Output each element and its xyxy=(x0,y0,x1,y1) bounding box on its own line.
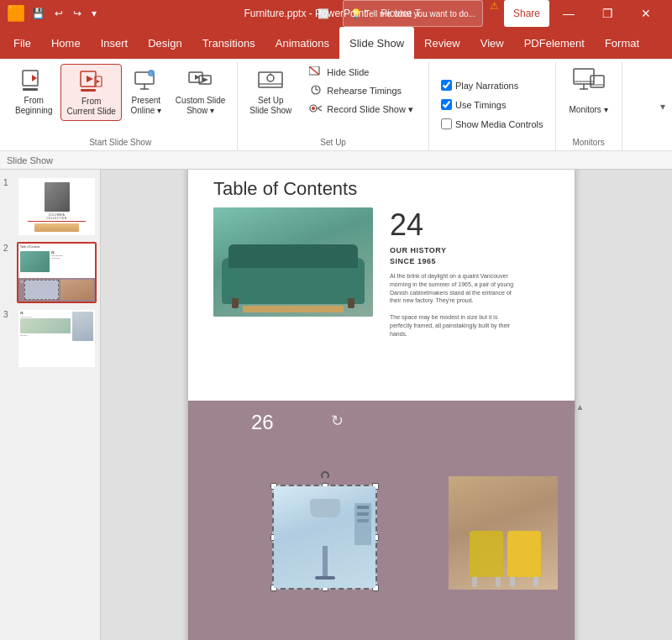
setup-col-options: Hide Slide Rehearse Timings xyxy=(300,64,422,118)
show-media-controls-checkbox[interactable]: Show Media Controls xyxy=(436,117,549,131)
filename-label: Furniture.pptx - PowerPoint xyxy=(244,8,366,19)
menu-pdfelement[interactable]: PDFelement xyxy=(514,27,595,59)
minimize-button[interactable]: — xyxy=(549,0,588,27)
menu-insert[interactable]: Insert xyxy=(91,27,139,59)
ribbon-scroll-button[interactable]: ▾ xyxy=(660,101,665,113)
share-button[interactable]: Share xyxy=(504,0,549,27)
use-timings-input[interactable] xyxy=(441,99,452,110)
record-slide-show-button[interactable]: Record Slide Show ▾ xyxy=(303,101,418,118)
slide-history-num: 24 xyxy=(390,207,423,243)
hide-slide-button[interactable]: Hide Slide xyxy=(303,64,418,81)
slide-img-inner-3: 28 COLLECTIONS Text here... xyxy=(18,310,95,367)
slide-sofa-image xyxy=(213,207,373,317)
menu-format[interactable]: Format xyxy=(595,27,649,59)
ribbon-group-content-start: FromBeginning FromCurrent Slide xyxy=(10,64,230,136)
slide-img-inner-1: COLUMBIACOLLECTION xyxy=(18,178,95,235)
menu-transitions[interactable]: Transitions xyxy=(192,27,265,59)
custom-slide-show-label: Custom SlideShow ▾ xyxy=(176,96,225,116)
slide-editor[interactable]: Table of Contents 24 OUR HISTORYSINCE 19… xyxy=(188,170,575,640)
rehearse-icon xyxy=(308,84,323,97)
record-icon xyxy=(308,102,323,116)
picture-tools-label: Picture T... xyxy=(381,8,428,19)
monitors-label: Monitors ▾ xyxy=(570,105,608,115)
vertical-scrollbar[interactable]: ▲ xyxy=(575,399,585,412)
refresh-icon: ↻ xyxy=(331,412,344,430)
slide-img-inner-2: Table of Contents 24 OUR HISTORY At the … xyxy=(18,244,95,301)
lamp-image xyxy=(274,486,375,588)
chair-image xyxy=(449,476,558,590)
svg-marker-1 xyxy=(32,75,37,81)
maximize-button[interactable]: ❐ xyxy=(588,0,627,27)
custom-slide-show-button[interactable]: Custom SlideShow ▾ xyxy=(171,64,230,119)
title-bar-center: Furniture.pptx - PowerPoint Picture T... xyxy=(244,8,428,19)
svg-line-22 xyxy=(309,66,319,75)
ribbon-group-content-monitors: Monitors ▾ xyxy=(563,64,615,136)
from-beginning-button[interactable]: FromBeginning xyxy=(10,64,57,119)
menu-design[interactable]: Design xyxy=(138,27,192,59)
menu-file[interactable]: File xyxy=(3,27,41,59)
undo-button[interactable]: ↩ xyxy=(51,6,66,21)
play-narrations-input[interactable] xyxy=(441,80,452,91)
from-current-slide-label: FromCurrent Slide xyxy=(66,97,115,117)
powerpoint-icon: 🟧 xyxy=(7,4,25,23)
present-online-label: PresentOnline ▾ xyxy=(131,96,162,116)
ribbon-group-content-setup: Set UpSlide Show Hide Slide xyxy=(244,64,422,136)
title-bar: 🟧 💾 ↩ ↪ ▾ Furniture.pptx - PowerPoint Pi… xyxy=(0,0,672,27)
monitors-button[interactable]: Monitors ▾ xyxy=(563,64,615,118)
group-options-label xyxy=(436,145,549,150)
from-beginning-label: FromBeginning xyxy=(15,96,52,116)
hide-slide-label: Hide Slide xyxy=(327,67,369,77)
rotate-handle[interactable] xyxy=(321,471,329,480)
svg-marker-4 xyxy=(87,76,93,82)
ribbon-group-monitors: Monitors ▾ Monitors xyxy=(556,62,622,150)
slide-selected-image[interactable] xyxy=(272,485,377,590)
subtitle-bar: Slide Show xyxy=(0,151,672,170)
main-content: 1 COLUMBIACOLLECTION 2 Table of Co xyxy=(0,170,672,640)
slide-thumb-1[interactable]: 1 COLUMBIACOLLECTION xyxy=(3,176,97,237)
svg-text:↑: ↑ xyxy=(150,71,152,76)
slide-img-3[interactable]: 28 COLLECTIONS Text here... xyxy=(17,308,97,369)
close-button[interactable]: ✕ xyxy=(627,0,665,27)
rehearse-timings-button[interactable]: Rehearse Timings xyxy=(303,82,418,99)
from-current-slide-button[interactable]: FromCurrent Slide xyxy=(60,64,121,121)
menu-slideshow[interactable]: Slide Show xyxy=(339,27,414,59)
menu-home[interactable]: Home xyxy=(41,27,91,59)
setup-icon xyxy=(257,67,284,94)
rehearse-timings-label: Rehearse Timings xyxy=(327,86,402,96)
group-monitors-label: Monitors xyxy=(563,136,615,150)
slide-thumb-2[interactable]: 2 Table of Contents 24 OUR HISTORY At th… xyxy=(3,242,97,302)
use-timings-checkbox[interactable]: Use Timings xyxy=(436,97,512,112)
menu-view[interactable]: View xyxy=(470,27,514,59)
slide-img-1[interactable]: COLUMBIACOLLECTION xyxy=(17,176,97,237)
slide-history-text: At the brink of daylight on a quaint Van… xyxy=(390,272,520,338)
redo-button[interactable]: ↪ xyxy=(70,6,85,21)
ribbon: FromBeginning FromCurrent Slide xyxy=(0,59,672,151)
show-media-controls-label: Show Media Controls xyxy=(455,119,543,129)
customize-button[interactable]: ▾ xyxy=(88,6,100,21)
setup-slide-show-button[interactable]: Set UpSlide Show xyxy=(244,64,297,119)
play-narrations-label: Play Narrations xyxy=(455,81,518,91)
svg-line-28 xyxy=(318,106,322,108)
present-online-button[interactable]: ↑ PresentOnline ▾ xyxy=(125,64,167,119)
slide-history-title: OUR HISTORYSINCE 1965 xyxy=(390,245,447,266)
scroll-up-button[interactable]: ▲ xyxy=(576,402,585,412)
save-button[interactable]: 💾 xyxy=(29,6,48,21)
svg-line-29 xyxy=(318,108,322,111)
menu-review[interactable]: Review xyxy=(414,27,470,59)
ribbon-group-content-options: Play Narrations Use Timings Show Media C… xyxy=(436,64,549,145)
slide-img-2[interactable]: Table of Contents 24 OUR HISTORY At the … xyxy=(17,242,97,302)
svg-point-19 xyxy=(267,75,274,81)
show-media-controls-input[interactable] xyxy=(441,118,452,129)
slide-num-2: 2 xyxy=(3,242,13,253)
play-narrations-checkbox[interactable]: Play Narrations xyxy=(436,78,523,92)
ribbon-group-start-slideshow: FromBeginning FromCurrent Slide xyxy=(3,62,238,150)
group-setup-label: Set Up xyxy=(244,136,422,150)
warning-icon: ⚠ xyxy=(490,0,499,27)
svg-rect-5 xyxy=(81,89,96,92)
menu-animations[interactable]: Animations xyxy=(265,27,339,59)
ribbon-group-options: Play Narrations Use Timings Show Media C… xyxy=(429,62,556,150)
slides-panel: 1 COLUMBIACOLLECTION 2 Table of Co xyxy=(0,170,101,640)
slide-thumb-3[interactable]: 3 28 COLLECTIONS Text here... xyxy=(3,308,97,369)
slide-num-1: 1 xyxy=(3,176,13,187)
monitor-icon xyxy=(572,67,606,103)
